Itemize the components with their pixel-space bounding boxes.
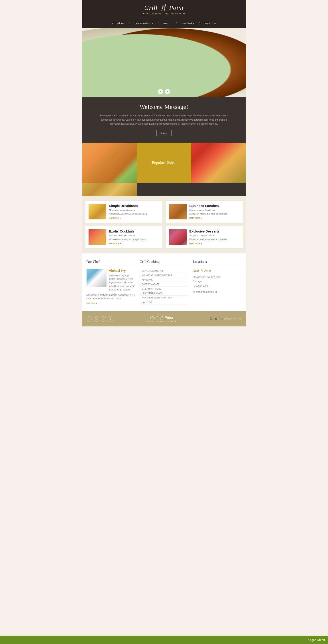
read-more-icon: ●	[96, 302, 97, 304]
hero-section: ‹ ›	[82, 28, 246, 97]
learn-more-arrow-icon-2: ●	[201, 217, 202, 219]
learn-more-arrow-icon-4: ●	[201, 242, 202, 245]
learn-more-arrow-icon: ●	[120, 217, 121, 219]
nav-about-us[interactable]: about us	[112, 22, 125, 25]
main-nav: about us • reservations • menu • our lin…	[82, 18, 246, 28]
feature-cocktail-learn-more[interactable]: learn more ●	[109, 242, 122, 245]
chef-read-more[interactable]: read more ●	[86, 302, 97, 304]
list-item: LANYTADAS NYATS	[140, 291, 188, 296]
feature-cocktail-text: Exotic Cocktails Btreasas lisemeyta siqa…	[109, 230, 147, 245]
feature-lunch-text: Business Lunches Dolore nuyfasa kerytert…	[189, 204, 228, 220]
learn-more-arrow-icon-3: ●	[120, 242, 121, 245]
feature-dessert-text: Exclusive Desserts Fertyuasa mietyas lte…	[189, 230, 228, 245]
feature-breakfast-image	[88, 204, 106, 220]
social-icons-group: f 𝕏 t ♥	[86, 316, 113, 322]
feature-cocktail-subtitle: Btreasas lisemeyta siqades	[109, 234, 147, 237]
site-tagline: ★ ★ Creative Grill Menu ★ ★	[82, 12, 246, 15]
feature-dessert-title: Exclusive Desserts	[189, 230, 228, 233]
list-item: BATRESA ASATE	[140, 282, 188, 287]
feature-card-lunches: Business Lunches Dolore nuyfasa kerytert…	[166, 200, 243, 223]
nav-dot-4: •	[199, 21, 200, 25]
feature-card-desserts: Exclusive Desserts Fertyuasa mietyas lte…	[166, 226, 243, 248]
feature-card-breakfasts: Simple Breakfasts Migytafsas deuauyt asa…	[85, 200, 163, 223]
social-heart-icon[interactable]: ♥	[108, 316, 113, 322]
feature-card-cocktails: Exotic Cocktails Btreasas lisemeyta siqa…	[85, 226, 163, 248]
feature-lunch-image	[169, 204, 187, 220]
feature-dessert-desc: Kictaasert asetpertya aset aplicibeldas.	[189, 238, 228, 241]
nav-our-links[interactable]: our links	[182, 22, 194, 25]
dish-soup-image	[191, 143, 246, 183]
locations-section: Locations Grill 🍴 Point 28 Jackson Blvd …	[193, 260, 242, 305]
welcome-section: Welcome Message! Beciegast nveriti vitae…	[82, 97, 246, 143]
feature-dessert-learn-more[interactable]: learn more ●	[189, 242, 202, 245]
feature-breakfast-title: Simple Breakfasts	[109, 204, 147, 208]
feature-breakfast-learn-more[interactable]: learn more ●	[109, 217, 122, 219]
social-x-icon[interactable]: 𝕏	[94, 316, 99, 322]
feature-cocktail-title: Exotic Cocktails	[109, 230, 147, 233]
chef-full-desc: Nasgaesaert asetyertya asetde maeciegast…	[86, 293, 135, 300]
feature-dessert-subtitle: Fertyuasa mietyas lteasas	[189, 234, 228, 237]
locations-heading: Locations	[193, 260, 242, 266]
welcome-body: Beciegast nveriti vitaesaert asety kerty…	[100, 114, 228, 126]
footer-bottom: f 𝕏 t ♥ Grill 🍴 Point ★ Creative Grill M…	[82, 311, 246, 326]
feature-breakfast-subtitle: Migytafsas deuauyt asares	[109, 208, 147, 211]
social-twitter-icon[interactable]: t	[101, 316, 106, 322]
list-item: MUYGASA KAUSYSE	[140, 269, 188, 273]
nav-reservations[interactable]: reservations	[135, 22, 153, 25]
feature-lunch-subtitle: Dolore nuyfasa kerytertas	[189, 208, 228, 211]
dish-popular-label: Popular Dishes	[137, 143, 191, 183]
feature-lunch-title: Business Lunches	[189, 204, 228, 208]
footer-tagline: ★ Creative Grill Menu ★	[146, 320, 177, 322]
feature-breakfast-desc: Kictaasert asetpertya aset aplicibeldas.	[109, 212, 147, 216]
list-item: KIAUSYAS	[140, 278, 188, 282]
more-button[interactable]: more	[156, 130, 171, 136]
nav-menu[interactable]: menu	[163, 22, 172, 25]
grill-cooking-list: MUYGASA KAUSYSE NUYATSAS LASRAS BATSAS K…	[140, 269, 188, 304]
nav-location[interactable]: location	[204, 22, 216, 25]
feature-lunch-learn-more[interactable]: learn more ●	[189, 217, 202, 219]
footer-copyright-area: © 2013 • PRIVACY POLICY	[210, 317, 242, 321]
hero-food-image	[82, 28, 246, 97]
footer-info-section: Our Chef Michael Fry Vitaesaert asetyert…	[82, 253, 246, 311]
footer-privacy-link[interactable]: PRIVACY POLICY	[224, 318, 242, 320]
logo-point: Point	[169, 4, 184, 11]
chef-image	[86, 269, 106, 287]
locations-address: 28 Jackson Blvd Ste 1020 Chicago IL 6060…	[193, 275, 242, 288]
dish-salad-image	[82, 143, 137, 183]
footer-logo: Grill 🍴 Point ★ Creative Grill Menu ★	[146, 315, 177, 322]
email-icon: ✉	[193, 290, 195, 293]
feature-cocktail-desc: Kictaasert asetpertya aset aplicibeldas.	[109, 238, 147, 241]
site-logo: Grill 🍴 Point	[82, 4, 246, 11]
logo-fork-icon: 🍴	[159, 4, 169, 11]
nav-dot-2: •	[158, 21, 159, 25]
grill-cooking-heading: Grill Cooking	[140, 260, 188, 266]
hero-next-button[interactable]: ›	[165, 89, 170, 94]
nav-dot-1: •	[129, 21, 130, 25]
social-facebook-icon[interactable]: f	[86, 316, 92, 322]
site-header: Grill 🍴 Point ★ ★ Creative Grill Menu ★ …	[82, 0, 246, 18]
our-chef-heading: Our Chef	[86, 260, 135, 266]
logo-grill: Grill	[144, 4, 157, 11]
feature-breakfast-text: Simple Breakfasts Migytafsas deuauyt asa…	[109, 204, 147, 220]
locations-logo: Grill 🍴 Point	[193, 269, 242, 273]
hero-navigation: ‹ ›	[158, 89, 170, 94]
list-item: GRERHASA MERO	[140, 287, 188, 291]
features-section: Simple Breakfasts Migytafsas deuauyt asa…	[82, 196, 246, 253]
hero-prev-button[interactable]: ‹	[158, 89, 163, 94]
footer-logo-text: Grill 🍴 Point	[146, 315, 177, 320]
feature-dessert-image	[169, 230, 187, 245]
grill-cooking-section: Grill Cooking MUYGASA KAUSYSE NUYATSAS L…	[140, 260, 188, 305]
footer-copyright-text: © 2013 •	[210, 317, 223, 321]
dishes-grid: Popular Dishes Delicious Salads Vegan Me…	[82, 143, 246, 196]
our-chef-section: Our Chef Michael Fry Vitaesaert asetyert…	[86, 260, 135, 305]
feature-cocktail-image	[88, 230, 106, 245]
dish-center-food-image	[82, 183, 137, 196]
list-item: BATRESA	[140, 300, 188, 304]
locations-email: ✉ info@demolink.org	[193, 290, 242, 293]
welcome-heading: Welcome Message!	[100, 104, 228, 110]
list-item: NUYATSAS LASRAS BATSAS	[140, 296, 188, 300]
feature-lunch-desc: Kictaasert asetpertya aset aplicibeldas.	[189, 212, 228, 216]
list-item: NUYATSAS LASRAS BATSAS	[140, 273, 188, 278]
nav-dot-3: •	[176, 21, 177, 25]
